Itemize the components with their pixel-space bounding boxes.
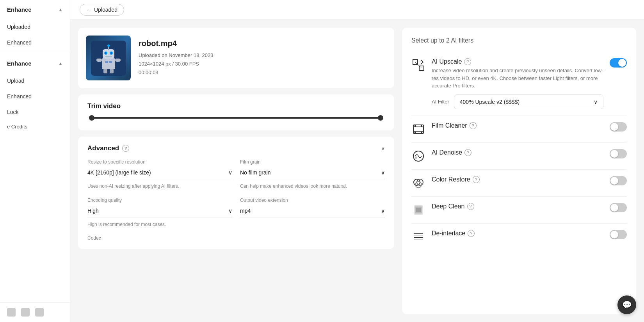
bottom-icon-1[interactable] [7, 308, 16, 317]
resize-value: 4K [2160p] (large file size) [87, 169, 151, 176]
ai-filter-chevron-icon: ∨ [594, 99, 598, 105]
advanced-help-icon[interactable]: ? [122, 145, 129, 152]
filter-name-row-deep-clean: Deep Clean ? [432, 203, 603, 210]
video-info: robot.mp4 Uploaded on November 18, 2023 … [139, 39, 213, 77]
film-grain-field: Film grain No film grain ∨ Can help make… [240, 159, 385, 190]
film-grain-value: No film grain [240, 169, 271, 176]
output-field: Output video extension mp4 ∨ [240, 197, 385, 228]
svg-line-18 [415, 62, 422, 68]
back-button[interactable]: ← Uploaded [80, 4, 124, 16]
filter-content-de-interlace: De-interlace ? [432, 230, 603, 238]
svg-rect-25 [421, 132, 422, 133]
sidebar-divider-1 [0, 52, 70, 52]
svg-point-5 [105, 52, 107, 54]
robot-illustration [91, 41, 126, 76]
toggle-de-interlace[interactable] [610, 230, 627, 239]
film-grain-hint: Can help make enhanced videos look more … [240, 183, 385, 190]
chat-button[interactable]: 💬 [617, 295, 636, 314]
filter-name-de-interlace: De-interlace [432, 230, 465, 237]
toggle-deep-clean[interactable] [610, 203, 627, 212]
toggle-ai-denoise[interactable] [610, 149, 627, 158]
trim-title: Trim video [87, 102, 385, 110]
filter-name-film-cleaner: Film Cleaner [432, 122, 467, 129]
filter-name-deep-clean: Deep Clean [432, 203, 465, 210]
encoding-select[interactable]: High ∨ [87, 205, 232, 217]
film-cleaner-icon [411, 122, 425, 136]
output-select[interactable]: mp4 ∨ [240, 205, 385, 217]
color-restore-icon [411, 176, 425, 190]
resize-select[interactable]: 4K [2160p] (large file size) ∨ [87, 166, 232, 179]
upscale-icon [411, 58, 425, 72]
film-cleaner-help-icon[interactable]: ? [470, 122, 477, 129]
main-content: ← Uploaded [70, 0, 644, 322]
filter-name-row-ai-upscale: AI Upscale ? [432, 58, 603, 65]
filter-desc-ai-upscale: Increase video resolution and create pre… [432, 67, 603, 90]
film-grain-label: Film grain [240, 159, 385, 165]
video-card: robot.mp4 Uploaded on November 18, 2023 … [78, 28, 394, 88]
trim-slider-thumb-left[interactable] [89, 115, 94, 121]
deep-clean-icon [411, 203, 425, 217]
toggle-film-cleaner[interactable] [610, 122, 627, 132]
left-panel: robot.mp4 Uploaded on November 18, 2023 … [78, 28, 394, 314]
sidebar-item-enhanced-1[interactable]: Enhanced [0, 35, 70, 50]
filter-name-row-color-restore: Color Restore ? [432, 176, 603, 183]
filters-title: Select up to 2 AI filters [411, 37, 627, 44]
filter-name-row-de-interlace: De-interlace ? [432, 230, 603, 237]
resize-chevron-icon: ∨ [228, 169, 232, 176]
advanced-title: Advanced [87, 144, 119, 152]
trim-slider-track[interactable] [89, 117, 383, 119]
trim-slider-thumb-right[interactable] [378, 115, 383, 121]
output-label: Output video extension [240, 197, 385, 203]
de-interlace-icon [411, 230, 425, 244]
toggle-color-restore[interactable] [610, 176, 627, 185]
ai-filter-value: 400% Upscale v2 ($$$$) [460, 99, 519, 105]
svg-rect-23 [421, 125, 422, 127]
deep-clean-help-icon[interactable]: ? [467, 203, 474, 210]
ai-filter-row: AI Filter 400% Upscale v2 ($$$$) ∨ [432, 94, 603, 109]
ai-upscale-help-icon[interactable]: ? [464, 58, 471, 65]
content-area: robot.mp4 Uploaded on November 18, 2023 … [70, 20, 644, 322]
svg-rect-9 [115, 59, 121, 62]
sidebar: Enhance ▲ Uploaded Enhanced Enhance ▲ Up… [0, 0, 70, 322]
back-label: Uploaded [94, 7, 117, 13]
encoding-value: High [87, 208, 99, 214]
toggle-ai-upscale[interactable] [610, 58, 627, 68]
de-interlace-help-icon[interactable]: ? [468, 230, 475, 237]
video-thumbnail [86, 36, 131, 80]
filter-name-row-ai-denoise: AI Denoise ? [432, 149, 603, 156]
ai-denoise-help-icon[interactable]: ? [464, 149, 471, 156]
sidebar-item-upload[interactable]: Upload [0, 73, 70, 89]
ai-filter-label: AI Filter [432, 99, 449, 105]
back-arrow-icon: ← [86, 7, 92, 13]
svg-rect-8 [96, 59, 102, 62]
sidebar-section-label-2: Enhance [7, 60, 32, 67]
film-grain-chevron-icon: ∨ [381, 169, 385, 176]
sidebar-item-lock[interactable]: Lock [0, 104, 70, 120]
resize-field: Resize to specific resolution 4K [2160p]… [87, 159, 232, 190]
filter-item-film-cleaner: Film Cleaner ? [411, 116, 627, 143]
filter-item-color-restore: Color Restore ? [411, 170, 627, 197]
filter-content-ai-denoise: AI Denoise ? [432, 149, 603, 158]
sidebar-bottom [0, 302, 70, 322]
sidebar-section-enhance-2[interactable]: Enhance ▲ [0, 54, 70, 73]
color-restore-help-icon[interactable]: ? [473, 176, 480, 183]
sidebar-item-enhanced-2[interactable]: Enhanced [0, 89, 70, 104]
svg-rect-33 [416, 208, 421, 212]
filter-item-deep-clean: Deep Clean ? [411, 197, 627, 224]
advanced-card: Advanced ? ∨ Resize to specific resoluti… [78, 137, 394, 249]
ai-filter-select[interactable]: 400% Upscale v2 ($$$$) ∨ [454, 94, 603, 109]
advanced-header-left: Advanced ? [87, 144, 129, 152]
sidebar-item-uploaded-1[interactable]: Uploaded [0, 19, 70, 35]
bottom-icon-2[interactable] [21, 308, 30, 317]
advanced-chevron-icon[interactable]: ∨ [381, 145, 385, 151]
filter-name-color-restore: Color Restore [432, 176, 470, 183]
sidebar-section-enhance-1[interactable]: Enhance ▲ [0, 0, 70, 19]
bottom-icon-3[interactable] [35, 308, 44, 317]
ai-denoise-icon [411, 149, 425, 163]
advanced-grid: Resize to specific resolution 4K [2160p]… [87, 159, 385, 228]
svg-point-27 [415, 157, 417, 159]
film-grain-select[interactable]: No film grain ∨ [240, 166, 385, 179]
encoding-field: Encoding quality High ∨ High is recommen… [87, 197, 232, 228]
filter-content-deep-clean: Deep Clean ? [432, 203, 603, 212]
filter-content-ai-upscale: AI Upscale ? Increase video resolution a… [432, 58, 603, 109]
